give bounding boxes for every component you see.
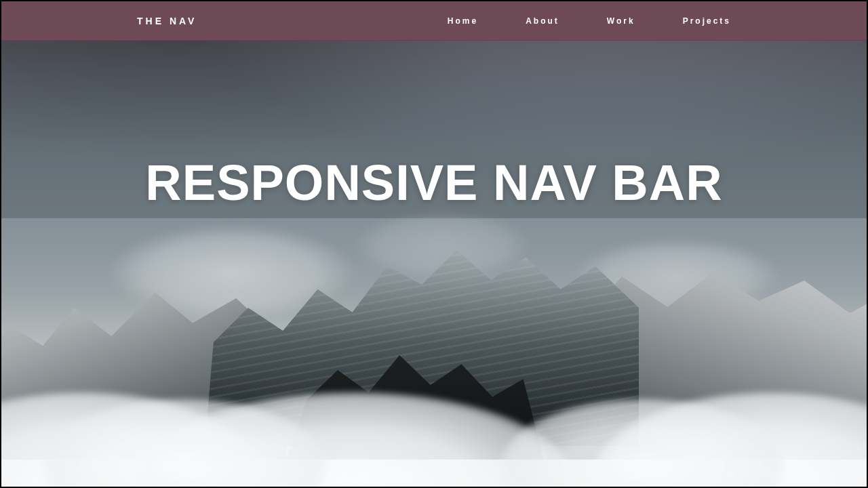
hero-title: RESPONSIVE NAV BAR [1, 154, 867, 211]
nav-link-work[interactable]: Work [607, 16, 635, 26]
brand-logo[interactable]: THE NAV [137, 16, 197, 26]
nav-link-home[interactable]: Home [448, 16, 478, 26]
low-clouds [0, 338, 868, 488]
nav-links: Home About Work Projects [448, 16, 731, 26]
nav-link-projects[interactable]: Projects [683, 16, 731, 26]
nav-link-about[interactable]: About [526, 16, 559, 26]
navbar: THE NAV Home About Work Projects [1, 1, 867, 41]
